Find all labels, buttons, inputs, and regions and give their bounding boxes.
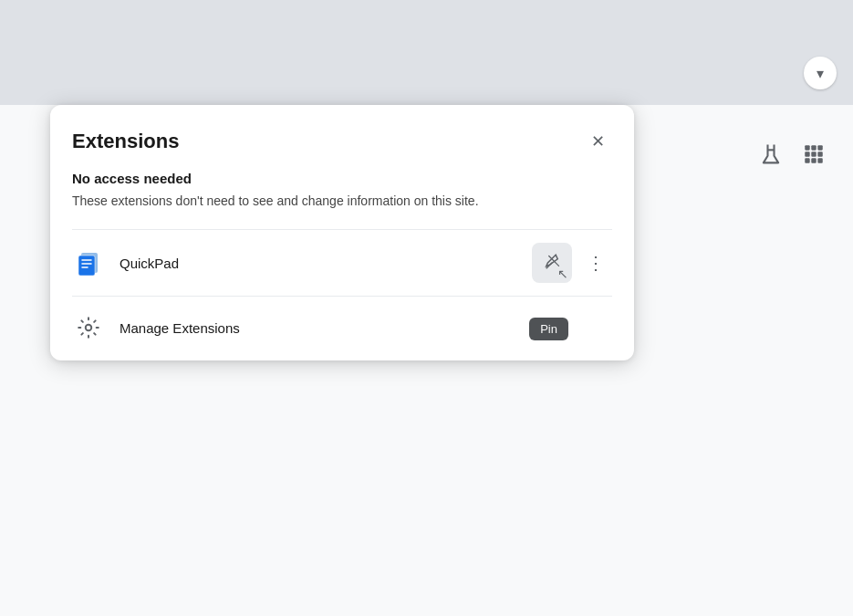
content-icons	[758, 141, 826, 173]
quickpad-icon-container	[72, 246, 105, 279]
svg-rect-2	[805, 145, 809, 150]
gear-icon	[77, 316, 100, 339]
svg-point-17	[86, 325, 92, 331]
chevron-icon: ▾	[817, 65, 824, 82]
section-description: These extensions don't need to see and c…	[72, 192, 612, 211]
beaker-button[interactable]	[758, 141, 784, 173]
popup-body: No access needed These extensions don't …	[50, 171, 634, 360]
svg-rect-9	[811, 158, 816, 162]
manage-extensions-label: Manage Extensions	[120, 320, 612, 336]
svg-rect-12	[78, 256, 95, 276]
grid-icon	[802, 142, 826, 166]
extension-item-quickpad: QuickPad ↖ ⋮	[72, 229, 612, 296]
svg-rect-7	[817, 151, 822, 156]
close-icon: ✕	[591, 131, 605, 151]
extensions-popup: Extensions ✕ No access needed These exte…	[50, 105, 634, 360]
beaker-icon	[758, 141, 784, 167]
content-area: Extensions ✕ No access needed These exte…	[0, 105, 853, 616]
quickpad-icon	[74, 248, 103, 277]
gear-icon-container	[72, 311, 105, 344]
quickpad-name: QuickPad	[120, 256, 532, 271]
svg-rect-5	[805, 151, 809, 156]
popup-title: Extensions	[72, 130, 179, 153]
chevron-button[interactable]: ▾	[804, 57, 837, 89]
section-heading: No access needed	[72, 171, 612, 186]
popup-header: Extensions ✕	[50, 105, 634, 171]
grid-button[interactable]	[802, 142, 826, 172]
more-icon: ⋮	[587, 252, 605, 274]
svg-rect-4	[817, 145, 822, 150]
manage-extensions-row[interactable]: Manage Extensions Pin	[72, 296, 612, 360]
pin-button[interactable]: ↖	[532, 243, 572, 283]
svg-rect-6	[811, 151, 816, 156]
svg-rect-8	[805, 158, 809, 162]
svg-rect-10	[817, 158, 822, 162]
browser-chrome: ▾ ☆ ⋮	[0, 0, 853, 616]
svg-rect-3	[811, 145, 816, 150]
pin-icon	[543, 254, 561, 272]
extension-more-button[interactable]: ⋮	[579, 246, 612, 279]
close-button[interactable]: ✕	[583, 127, 612, 156]
